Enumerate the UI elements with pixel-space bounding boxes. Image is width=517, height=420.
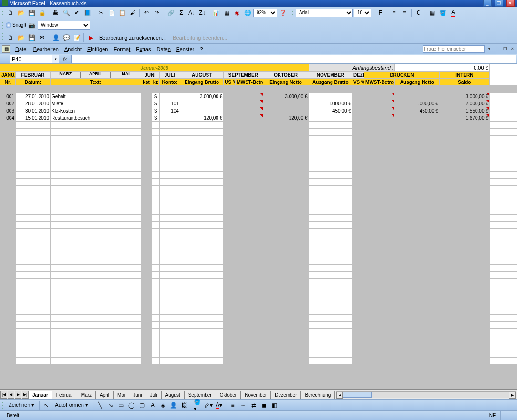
currency-icon[interactable]: € (414, 8, 423, 18)
open-doc-icon[interactable]: 📂 (16, 33, 26, 42)
tab-prev-icon[interactable]: ◀ (8, 391, 14, 399)
sheet-tab-dezember[interactable]: Dezember (270, 391, 301, 399)
cell-text[interactable]: Gehalt (51, 93, 141, 100)
table-row[interactable] (0, 300, 517, 307)
month-tab-mai[interactable]: MAI (111, 72, 140, 78)
paste-icon[interactable]: 📋 (117, 8, 127, 18)
sheet-tab-märz[interactable]: März (77, 391, 96, 399)
cell-kst[interactable] (141, 107, 152, 114)
align-left-icon[interactable]: ≡ (389, 8, 399, 18)
drucken-button[interactable]: DRUCKEN (364, 72, 440, 79)
save-icon[interactable]: 💾 (27, 8, 36, 18)
cell-kz[interactable]: S (152, 114, 159, 122)
sort-desc-icon[interactable]: Z↓ (197, 8, 207, 18)
borders-icon[interactable]: ▦ (427, 8, 437, 18)
table-row[interactable] (0, 164, 517, 172)
cell-us[interactable] (224, 93, 236, 100)
cell-text[interactable]: Miete (51, 100, 141, 107)
menu-format[interactable]: Format (111, 45, 133, 53)
table-row[interactable] (0, 286, 517, 293)
table-row[interactable] (0, 222, 517, 229)
hyperlink-icon[interactable]: 🔗 (166, 8, 176, 18)
table-row[interactable] (0, 122, 517, 129)
table-row[interactable] (0, 215, 517, 222)
table-row[interactable] (0, 150, 517, 157)
font-color-draw-icon[interactable]: A▾ (214, 400, 224, 410)
maximize-button[interactable]: ❐ (495, 0, 503, 7)
table-row[interactable] (0, 129, 517, 136)
opening-balance-value[interactable]: 0,00 € (395, 64, 490, 72)
sheet-tab-november[interactable]: November (240, 391, 271, 399)
new-icon[interactable]: 🗋 (6, 8, 15, 18)
copy-icon[interactable]: 📄 (107, 8, 116, 18)
tab-last-icon[interactable]: ▶| (22, 391, 29, 399)
snagit-config-icon[interactable]: 📷 (27, 20, 37, 30)
cell-eingang-brutto[interactable] (180, 100, 223, 107)
line-color-icon[interactable]: 🖊▾ (204, 400, 213, 410)
hscroll-left-icon[interactable]: ◀ (336, 392, 343, 399)
table-row[interactable] (0, 336, 517, 343)
fx-icon[interactable]: fx (59, 56, 71, 62)
horizontal-scrollbar[interactable]: ◀ ▶ (336, 391, 516, 398)
close-button[interactable]: ✕ (506, 0, 515, 7)
menu-datei[interactable]: Datei (12, 45, 31, 53)
tab-next-icon[interactable]: ▶ (15, 391, 21, 399)
help-search-input[interactable] (423, 45, 485, 53)
month-tab-juli[interactable]: JULI (159, 72, 180, 79)
format-painter-icon[interactable]: 🖌 (128, 8, 137, 18)
cell-ausgang-brutto[interactable] (309, 93, 352, 100)
fill-color-icon[interactable]: 🪣 (438, 8, 447, 18)
table-row[interactable] (0, 193, 517, 200)
cell-konto[interactable]: 101 (159, 100, 180, 107)
cell-text[interactable]: Restaurantbesuch (51, 114, 141, 122)
table-row[interactable] (0, 315, 517, 322)
diagram-icon[interactable]: ◈ (158, 400, 168, 410)
shadow-icon[interactable]: ◼ (259, 400, 269, 410)
mdi-dropdown-icon[interactable]: ▾ (486, 46, 492, 52)
cell-eingang-brutto[interactable]: 3.000,00 € (180, 93, 223, 100)
hscroll-thumb[interactable] (343, 392, 372, 398)
cell-us[interactable] (224, 100, 236, 107)
track-icon[interactable]: 📝 (72, 33, 82, 42)
table-row[interactable] (0, 358, 517, 365)
menu-ansicht[interactable]: Ansicht (62, 45, 84, 53)
tab-first-icon[interactable]: |◀ (0, 391, 7, 399)
table-row[interactable]: 003 30.01.2010 Kfz-Kosten S 104 450,00 €… (0, 107, 517, 114)
research-icon[interactable]: 📘 (83, 8, 92, 18)
month-tab-februar[interactable]: FEBRUAR (15, 72, 50, 79)
worksheet-grid[interactable]: Januar-2009 Anfangsbestand : 0,00 € JANU… (0, 64, 517, 365)
cell-konto[interactable] (159, 114, 180, 122)
oval-icon[interactable]: ◯ (127, 400, 136, 410)
hscroll-right-icon[interactable]: ▶ (509, 392, 516, 399)
menu-hilfe[interactable]: ? (197, 45, 206, 53)
cell-datum[interactable]: 30.01.2010 (15, 107, 50, 114)
sheet-tab-juni[interactable]: Juni (129, 391, 146, 399)
formula-bar[interactable] (71, 55, 516, 63)
save-doc-icon[interactable]: 💾 (27, 33, 36, 42)
cell-datum[interactable]: 28.01.2010 (15, 100, 50, 107)
open-icon[interactable]: 📂 (16, 8, 26, 18)
month-tab-november[interactable]: NOVEMBER (309, 72, 352, 79)
month-tab-oktober[interactable]: OKTOBER (263, 72, 309, 79)
sheet-tab-september[interactable]: September (184, 391, 216, 399)
cell-us[interactable] (224, 107, 236, 114)
preview-icon[interactable]: 🔍 (62, 8, 71, 18)
new-doc-icon[interactable]: 🗋 (6, 33, 15, 42)
month-tab-april[interactable]: APRIL (81, 72, 111, 78)
table-row[interactable] (0, 186, 517, 193)
name-box-dropdown[interactable]: ▾ (52, 55, 59, 63)
table-row[interactable] (0, 265, 517, 272)
font-size-select[interactable]: 10 (354, 9, 371, 17)
help-icon[interactable]: ❓ (278, 8, 288, 18)
align-center-icon[interactable]: ≡ (400, 8, 409, 18)
cell-vs[interactable] (352, 114, 364, 122)
pivot-icon[interactable]: ▦ (222, 8, 231, 18)
table-row[interactable] (0, 243, 517, 250)
intern-button[interactable]: INTERN (439, 72, 489, 79)
mail-icon[interactable]: ✉ (37, 33, 47, 42)
month-tab-august[interactable]: AUGUST (180, 72, 223, 79)
cell-kz[interactable]: S (152, 107, 159, 114)
mdi-close-button[interactable]: ✕ (509, 46, 515, 52)
3d-icon[interactable]: ◧ (270, 400, 279, 410)
chart-icon[interactable]: 📊 (211, 8, 221, 18)
